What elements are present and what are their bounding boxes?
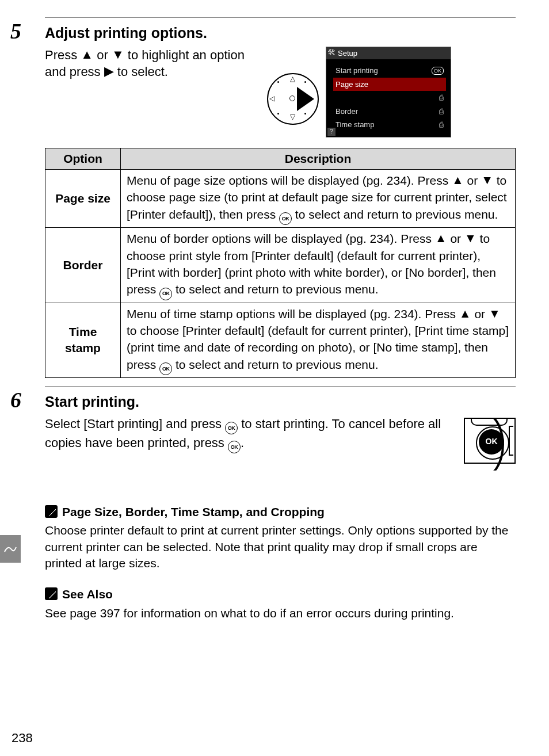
note-title: Page Size, Border, Time Stamp, and Cropp… — [62, 505, 325, 518]
menu-item: Page size — [333, 78, 446, 91]
text: Press — [45, 48, 81, 62]
ok-icon: OK — [228, 441, 241, 453]
option-name: Border — [45, 228, 121, 303]
th-option: Option — [45, 148, 121, 169]
dpad-down-icon: ▽ — [290, 113, 295, 120]
ok-button-label: OK — [479, 429, 504, 455]
note-see-also: See Also See page 397 for information on… — [45, 586, 516, 621]
down-icon: ▼ — [481, 171, 493, 188]
printer-icon: ⎙ — [439, 106, 444, 117]
down-icon: ▼ — [464, 230, 476, 246]
dpad-left-icon: ◁ — [269, 95, 274, 102]
step-title: Start printing. — [45, 392, 516, 412]
option-name: Page size — [45, 170, 121, 228]
menu-item-label: Border — [336, 106, 358, 117]
table-row: BorderMenu of border options will be dis… — [45, 228, 516, 303]
printer-icon: ⎙ — [439, 120, 444, 130]
dpad-center-icon — [289, 96, 295, 101]
step-body: Select [Start printing] and press OK to … — [45, 415, 455, 453]
note-title: See Also — [62, 587, 113, 601]
wrench-icon: 🛠 — [327, 47, 336, 56]
page-number: 238 — [12, 730, 33, 747]
ok-button-diagram: OK — [464, 418, 516, 464]
printer-icon: ⎙ — [439, 93, 444, 103]
step-title: Adjust printing options. — [45, 24, 516, 43]
dpad-diagram: △ ▽ ◁ — [267, 73, 317, 123]
option-name: Time stamp — [45, 303, 121, 377]
note-icon — [45, 505, 58, 518]
section-step-5: 5 Adjust printing options. Press ▲ or ▼ … — [45, 24, 516, 378]
dpad-right-icon — [297, 87, 314, 111]
options-table: Option Description Page sizeMenu of page… — [45, 148, 516, 378]
up-icon: ▲ — [459, 305, 471, 322]
right-icon: ▶ — [104, 63, 114, 80]
option-description: Menu of border options will be displayed… — [121, 228, 516, 303]
note-page-size-border: Page Size, Border, Time Stamp, and Cropp… — [45, 504, 516, 571]
option-description: Menu of time stamp options will be displ… — [121, 303, 516, 377]
text: or — [97, 48, 112, 62]
menu-item: Border⎙ — [333, 105, 446, 119]
menu-item-label: Time stamp — [336, 120, 374, 130]
section-step-6: 6 Start printing. Select [Start printing… — [45, 392, 516, 464]
camera-setup-menu: 🛠 Setup Start printingOKPage size⎙Border… — [326, 47, 451, 138]
menu-item-label: Page size — [336, 79, 368, 90]
text: Select [Start printing] and press — [45, 417, 225, 431]
table-row: Time stampMenu of time stamp options wil… — [45, 303, 516, 377]
option-description: Menu of page size options will be displa… — [121, 170, 516, 228]
menu-item: Start printingOK — [333, 64, 446, 78]
mid-rule — [45, 386, 516, 387]
menu-item-label: Start printing — [336, 66, 378, 76]
up-icon: ▲ — [435, 230, 447, 246]
ok-icon: OK — [432, 67, 444, 75]
note-body: See page 397 for information on what to … — [45, 605, 516, 621]
help-icon: ? — [327, 128, 336, 136]
section-tab-icon — [0, 535, 21, 563]
menu-item: ⎙ — [333, 91, 446, 105]
up-icon: ▲ — [452, 171, 464, 188]
top-rule — [45, 17, 516, 18]
step-number: 6 — [10, 385, 21, 415]
up-icon: ▲ — [81, 46, 93, 63]
down-icon: ▼ — [489, 305, 501, 322]
ok-icon: OK — [225, 422, 238, 434]
menu-item: Time stamp⎙ — [333, 118, 446, 132]
ok-icon: OK — [159, 288, 172, 300]
th-description: Description — [121, 148, 516, 169]
ok-icon: OK — [279, 212, 292, 225]
ok-icon: OK — [159, 362, 172, 375]
step-body: Press ▲ or ▼ to highlight an option and … — [45, 47, 258, 81]
dpad-up-icon: △ — [290, 75, 295, 82]
down-icon: ▼ — [112, 46, 124, 63]
text: to select. — [117, 64, 168, 79]
menu-title: Setup — [338, 49, 357, 58]
step-number: 5 — [10, 17, 21, 46]
note-body: Choose printer default to print at curre… — [45, 522, 516, 571]
text: . — [241, 436, 244, 450]
note-icon — [45, 587, 58, 600]
table-row: Page sizeMenu of page size options will … — [45, 170, 516, 228]
